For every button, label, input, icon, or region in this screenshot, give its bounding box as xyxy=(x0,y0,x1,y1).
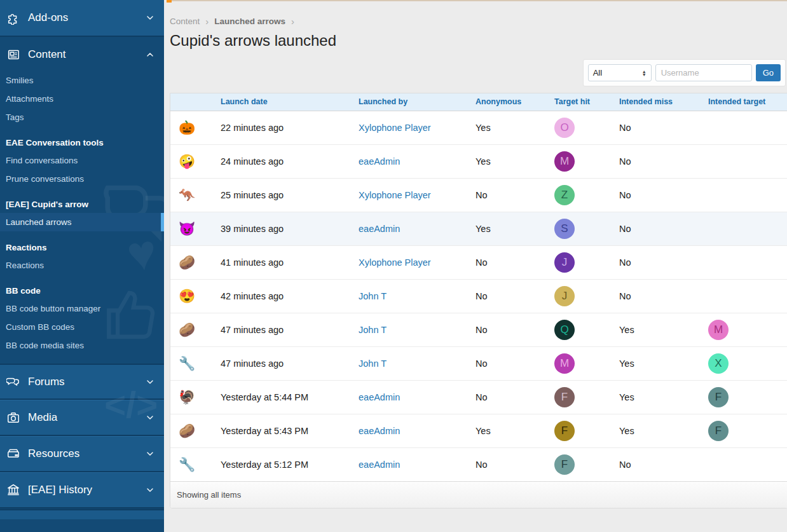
camera-icon xyxy=(6,411,20,425)
bank-icon xyxy=(6,483,20,497)
chevron-down-icon xyxy=(145,449,155,459)
table-footer-status: Showing all items xyxy=(170,481,787,508)
breadcrumb-separator: › xyxy=(291,16,294,27)
anonymous-cell: Yes xyxy=(469,212,548,245)
launched-by-link[interactable]: eaeAdmin xyxy=(359,426,400,436)
launched-arrows-table: Launch date Launched by Anonymous Target… xyxy=(170,93,787,481)
arrow-emoji: 😈 xyxy=(179,221,195,236)
intended-miss-cell: No xyxy=(613,144,702,178)
table-row: 🔧 47 minutes ago John T No M Yes X xyxy=(170,346,787,380)
target-hit-avatar[interactable]: F xyxy=(554,387,575,407)
target-hit-avatar[interactable]: J xyxy=(554,252,575,273)
intended-miss-cell: No xyxy=(613,178,702,212)
breadcrumb-launched-arrows[interactable]: Launched arrows xyxy=(214,17,285,26)
sidebar-subnav: SmiliesAttachmentsTagsEAE Conversation t… xyxy=(0,71,164,355)
arrow-emoji: 🦘 xyxy=(179,188,195,202)
sidebar-item-find-conversations[interactable]: Find conversations xyxy=(0,151,164,170)
table-header-row: Launch date Launched by Anonymous Target… xyxy=(170,93,787,111)
sidebar-group--eae-history[interactable]: [EAE] History xyxy=(0,472,164,508)
arrow-emoji: 🦃 xyxy=(179,390,195,404)
anonymous-cell: No xyxy=(469,245,548,279)
target-hit-avatar[interactable]: S xyxy=(554,219,575,239)
column-header-intended-miss: Intended miss xyxy=(613,93,702,111)
intended-target-avatar[interactable]: M xyxy=(708,320,729,340)
table-row: 🤪 24 minutes ago eaeAdmin Yes M No xyxy=(170,144,787,178)
sidebar-content-region: Content SmiliesAttachmentsTagsEAE Conver… xyxy=(0,37,164,364)
launch-date-cell: 42 minutes ago xyxy=(214,279,352,313)
sidebar-item-smilies[interactable]: Smilies xyxy=(0,71,164,90)
orange-accent-chip xyxy=(167,0,172,3)
launched-by-link[interactable]: eaeAdmin xyxy=(359,156,400,167)
launched-by-link[interactable]: Xylophone Player xyxy=(359,257,431,268)
intended-target-avatar[interactable]: X xyxy=(708,353,729,374)
filter-type-select[interactable]: All ▲▼ xyxy=(588,64,652,81)
sidebar-group-resources[interactable]: Resources xyxy=(0,436,164,472)
launched-by-link[interactable]: John T xyxy=(359,325,387,335)
launch-date-cell: Yesterday at 5:44 PM xyxy=(214,380,352,414)
column-header-intended-target: Intended target xyxy=(702,93,787,111)
arrow-emoji: 🔧 xyxy=(179,356,195,371)
go-button[interactable]: Go xyxy=(756,64,781,81)
sidebar-group-forums[interactable]: Forums xyxy=(0,364,164,400)
launched-by-link[interactable]: eaeAdmin xyxy=(359,392,400,402)
sidebar-section-header: EAE Conversation tools xyxy=(0,126,164,151)
sidebar-item-attachments[interactable]: Attachments xyxy=(0,90,164,108)
sidebar-item-bb-code-media-sites[interactable]: BB code media sites xyxy=(0,336,164,355)
target-hit-avatar[interactable]: J xyxy=(554,286,575,306)
launched-by-link[interactable]: Xylophone Player xyxy=(359,123,431,133)
sidebar-item-bb-code-button-manager[interactable]: BB code button manager xyxy=(0,299,164,318)
target-hit-avatar[interactable]: M xyxy=(554,353,575,374)
target-hit-avatar[interactable]: F xyxy=(554,421,575,441)
launched-by-link[interactable]: eaeAdmin xyxy=(359,224,400,234)
sidebar-group-label: Forums xyxy=(28,376,137,388)
launch-date-cell: 24 minutes ago xyxy=(214,144,352,178)
launched-by-link[interactable]: Xylophone Player xyxy=(359,190,431,200)
arrow-emoji: 🥔 xyxy=(179,255,195,269)
column-header-launched-by: Launched by xyxy=(352,93,469,111)
column-header-anonymous: Anonymous xyxy=(469,93,548,111)
intended-target-avatar[interactable]: F xyxy=(708,421,729,441)
target-hit-avatar[interactable]: M xyxy=(554,151,575,172)
launched-by-link[interactable]: eaeAdmin xyxy=(359,460,400,470)
arrow-emoji: 😍 xyxy=(179,289,195,303)
sidebar-item-custom-bb-codes[interactable]: Custom BB codes xyxy=(0,318,164,336)
launch-date-cell: 47 minutes ago xyxy=(214,313,352,346)
sidebar-group-addons[interactable]: Add-ons xyxy=(0,0,164,37)
sidebar-item-reactions[interactable]: Reactions xyxy=(0,256,164,275)
intended-miss-cell: Yes xyxy=(613,380,702,414)
table-row: 🦃 Yesterday at 5:44 PM eaeAdmin No F Yes… xyxy=(170,380,787,414)
sidebar-group-media[interactable]: Media xyxy=(0,400,164,436)
target-hit-avatar[interactable]: Z xyxy=(554,185,575,205)
table-row: 🥔 47 minutes ago John T No Q Yes M xyxy=(170,313,787,346)
sidebar-group-content[interactable]: Content xyxy=(0,38,164,71)
anonymous-cell: No xyxy=(469,346,548,380)
sidebar-group-label: Add-ons xyxy=(28,11,137,24)
launched-by-link[interactable]: John T xyxy=(359,358,387,369)
intended-miss-cell: No xyxy=(613,111,702,144)
intended-miss-cell: No xyxy=(613,279,702,313)
anonymous-cell: No xyxy=(469,447,548,481)
username-input[interactable] xyxy=(655,64,752,81)
target-hit-avatar[interactable]: Q xyxy=(554,320,575,340)
table-row: 🥔 Yesterday at 5:43 PM eaeAdmin Yes F Ye… xyxy=(170,414,787,447)
intended-target-avatar[interactable]: F xyxy=(708,387,729,407)
intended-miss-cell: Yes xyxy=(613,414,702,447)
sidebar-item-prune-conversations[interactable]: Prune conversations xyxy=(0,170,164,188)
sidebar-item-launched-arrows[interactable]: Launched arrows xyxy=(0,213,164,231)
sidebar-section-header: BB code xyxy=(0,275,164,299)
table-row: 🦘 25 minutes ago Xylophone Player No Z N… xyxy=(170,178,787,212)
target-hit-avatar[interactable]: F xyxy=(554,454,575,475)
launched-by-link[interactable]: John T xyxy=(359,291,387,301)
sidebar-item-tags[interactable]: Tags xyxy=(0,108,164,126)
intended-miss-cell: No xyxy=(613,245,702,279)
anonymous-cell: No xyxy=(469,380,548,414)
filter-bar: All ▲▼ Go xyxy=(583,59,786,86)
breadcrumb-content[interactable]: Content xyxy=(170,17,200,26)
anonymous-cell: Yes xyxy=(469,111,548,144)
emoji-column-header xyxy=(170,93,214,111)
table-row: 😈 39 minutes ago eaeAdmin Yes S No xyxy=(170,212,787,245)
arrow-emoji: 🎃 xyxy=(179,120,195,135)
sidebar-section-header: Reactions xyxy=(0,231,164,256)
target-hit-avatar[interactable]: O xyxy=(554,118,575,138)
launch-date-cell: 47 minutes ago xyxy=(214,346,352,380)
